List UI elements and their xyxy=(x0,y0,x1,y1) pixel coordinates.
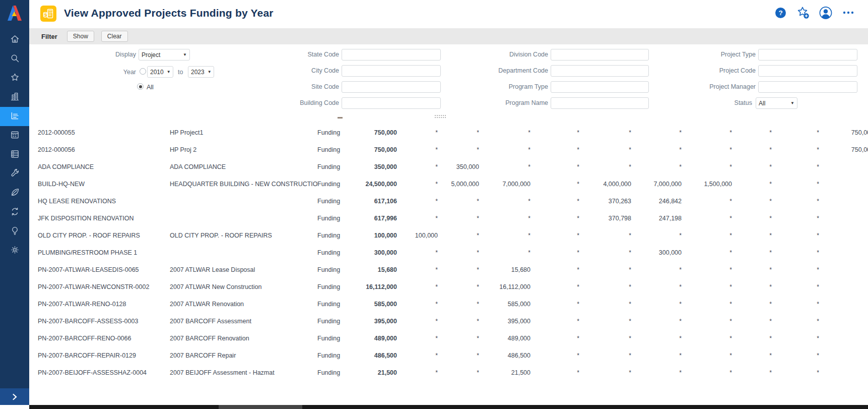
show-button[interactable]: Show xyxy=(67,31,94,42)
division-code-input[interactable] xyxy=(551,49,649,61)
sidebar-item-maintenance[interactable] xyxy=(0,164,29,184)
year-value-cell: * xyxy=(631,301,682,308)
calendar-grid-icon xyxy=(10,130,20,142)
filter-toolbar: Filter Show Clear xyxy=(29,28,868,44)
year-value-cell: * xyxy=(397,318,438,325)
status-select[interactable]: All ▼ xyxy=(756,97,797,109)
table-row[interactable]: PN-2007-ATLWAR-LEASEDIS-00652007 ATLWAR … xyxy=(38,261,868,278)
year-value-cell: * xyxy=(732,318,772,325)
year-value-cell: * xyxy=(732,198,772,205)
project-code-input[interactable] xyxy=(758,65,857,77)
year-value-cell: * xyxy=(530,232,579,239)
year-value-cell: * xyxy=(819,318,868,325)
more-options-button[interactable] xyxy=(842,6,855,19)
sidebar-item-space[interactable] xyxy=(0,126,29,145)
year-to-select[interactable]: 2023 ▼ xyxy=(188,66,214,78)
year-value-cell: * xyxy=(397,181,438,188)
sidebar-item-projects[interactable] xyxy=(0,107,29,126)
year-value-cell: 5,000,000 xyxy=(438,181,479,188)
year-value-cell: * xyxy=(682,129,732,136)
division-code-label: Division Code xyxy=(447,51,548,58)
table-row[interactable]: BUILD-HQ-NEWHEADQUARTER BUILDING - NEW C… xyxy=(38,176,868,193)
year-value-cell: * xyxy=(732,249,772,256)
year-value-cell: * xyxy=(579,266,631,273)
project-manager-label: Project Manager xyxy=(655,83,756,90)
table-row[interactable]: PN-2007-BARCOFF-REPAIR-01292007 BARCOFF … xyxy=(38,347,868,364)
clear-button[interactable]: Clear xyxy=(101,31,128,42)
project-code-cell: 2012-000055 xyxy=(38,129,170,136)
sync-arrows-icon xyxy=(10,206,20,219)
funding-label-cell: Funding xyxy=(317,232,348,239)
year-value-cell: * xyxy=(479,215,530,222)
site-code-input[interactable] xyxy=(342,81,441,93)
year-value-cell: 300,000 xyxy=(631,249,682,256)
sidebar-item-settings[interactable] xyxy=(0,241,29,260)
year-value-cell: * xyxy=(819,163,868,170)
table-row[interactable]: PN-2007-BEIJOFF-ASSESSHAZ-00042007 BEIJO… xyxy=(38,364,868,381)
sidebar-item-home[interactable] xyxy=(0,30,29,49)
table-row[interactable]: 2012-000056HP Proj 2Funding750,000******… xyxy=(38,141,868,158)
table-row[interactable]: HQ LEASE RENOVATIONSFunding617,106****37… xyxy=(38,193,868,210)
funding-label-cell: Funding xyxy=(317,301,348,308)
department-code-input[interactable] xyxy=(551,65,649,77)
year-value-cell: * xyxy=(732,369,772,376)
table-row[interactable]: JFK DISPOSITION RENOVATIONFunding617,996… xyxy=(38,210,868,227)
table-row[interactable]: PN-2007-ATLWAR-RENO-01282007 ATLWAR Reno… xyxy=(38,296,868,313)
sidebar-item-sustainability[interactable] xyxy=(0,184,29,203)
year-value-cell: * xyxy=(631,318,682,325)
horizontal-scrollbar[interactable] xyxy=(29,405,868,409)
year-to-value: 2023 xyxy=(191,69,205,76)
year-range-radio[interactable] xyxy=(140,68,146,75)
project-manager-input[interactable] xyxy=(758,81,857,93)
chevron-down-icon: ▼ xyxy=(787,101,794,105)
table-row[interactable]: OLD CITY PROP. - ROOF REPAIRSOLD CITY PR… xyxy=(38,227,868,244)
state-code-input[interactable] xyxy=(342,49,441,61)
year-value-cell: 100,000 xyxy=(397,232,438,239)
program-name-input[interactable] xyxy=(551,97,649,109)
table-row[interactable]: ADA COMPLIANCEADA COMPLIANCEFunding350,0… xyxy=(38,158,868,176)
sidebar-item-favorites[interactable] xyxy=(0,69,29,88)
scrollbar-thumb[interactable] xyxy=(219,405,302,409)
splitter-collapse-handle[interactable] xyxy=(338,117,343,119)
year-value-cell: * xyxy=(631,283,682,290)
filter-form: Display Project ▼ Year 2010 ▼ to 2023 ▼ … xyxy=(29,44,868,124)
year-value-cell: * xyxy=(682,352,732,359)
funding-total-cell: 750,000 xyxy=(348,129,397,136)
city-code-input[interactable] xyxy=(342,65,441,77)
year-value-cell: * xyxy=(530,318,579,325)
table-row[interactable]: PN-2007-BARCOFF-RENO-00662007 BARCOFF Re… xyxy=(38,330,868,347)
year-value-cell: * xyxy=(682,335,732,342)
table-row[interactable]: 2012-000055HP Project1Funding750,000****… xyxy=(38,124,868,141)
account-button[interactable] xyxy=(819,6,832,19)
home-icon xyxy=(10,34,20,46)
table-row[interactable]: PLUMBING/RESTROOM PHASE 1Funding300,000*… xyxy=(38,244,868,261)
year-all-radio[interactable] xyxy=(137,83,144,90)
year-value-cell: * xyxy=(631,352,682,359)
funding-label-cell: Funding xyxy=(317,369,348,376)
year-value-cell: * xyxy=(579,163,631,170)
sidebar-item-insights[interactable] xyxy=(0,222,29,241)
project-name-cell: HEADQUARTER BUILDING - NEW CONSTRUCTION xyxy=(170,181,317,188)
to-label: to xyxy=(178,69,183,76)
year-from-select[interactable]: 2010 ▼ xyxy=(147,66,173,78)
splitter-drag-handle[interactable] xyxy=(434,114,446,118)
table-row[interactable]: PN-2007-ATLWAR-NEWCONSTR-00022007 ATLWAR… xyxy=(38,278,868,296)
sidebar-item-assets[interactable] xyxy=(0,145,29,164)
year-value-cell: * xyxy=(530,163,579,170)
archibus-logo[interactable] xyxy=(5,3,25,23)
building-code-input[interactable] xyxy=(342,97,441,109)
project-name-cell: 2007 BARCOFF Repair xyxy=(170,352,317,359)
year-value-cell: * xyxy=(438,369,479,376)
project-type-input[interactable] xyxy=(758,49,857,61)
display-select[interactable]: Project ▼ xyxy=(139,49,190,61)
help-button[interactable]: ? xyxy=(774,6,787,19)
table-row[interactable]: PN-2007-BARCOFF-ASSESS-00032007 BARCOFF … xyxy=(38,313,868,330)
year-value-cell: * xyxy=(682,249,732,256)
program-type-input[interactable] xyxy=(551,81,649,93)
sidebar-item-operations[interactable] xyxy=(0,203,29,222)
sidebar-item-search[interactable] xyxy=(0,49,29,69)
funding-label-cell: Funding xyxy=(317,318,348,325)
sidebar-item-portfolio[interactable] xyxy=(0,88,29,107)
sidebar-expand-button[interactable] xyxy=(0,388,29,405)
add-favorite-button[interactable] xyxy=(796,6,810,19)
